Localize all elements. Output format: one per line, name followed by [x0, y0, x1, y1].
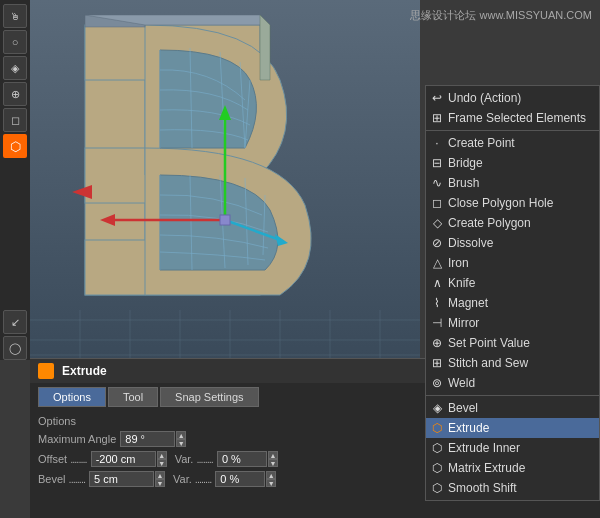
bevel-label: Bevel ........	[38, 473, 85, 485]
menu-divider-1	[426, 130, 599, 131]
set-point-icon: ⊕	[430, 336, 444, 350]
panel-title: Extrude	[62, 364, 107, 378]
bevel-var-input[interactable]	[215, 471, 265, 487]
frame-icon: ⊞	[430, 111, 444, 125]
context-menu: ↩ Undo (Action) ⊞ Frame Selected Element…	[425, 85, 600, 501]
menu-divider-2	[426, 395, 599, 396]
weld-icon: ⊚	[430, 376, 444, 390]
var-input[interactable]	[217, 451, 267, 467]
dissolve-icon: ⊘	[430, 236, 444, 250]
tool-button-bottom2[interactable]: ◯	[3, 336, 27, 360]
bridge-icon: ⊟	[430, 156, 444, 170]
brush-icon: ∿	[430, 176, 444, 190]
menu-item-undo[interactable]: ↩ Undo (Action)	[426, 88, 599, 108]
panel-icon	[38, 363, 54, 379]
create-polygon-icon: ◇	[430, 216, 444, 230]
menu-item-mirror[interactable]: ⊣ Mirror	[426, 313, 599, 333]
close-polygon-icon: ◻	[430, 196, 444, 210]
bevel-input-group: ▲ ▼	[89, 471, 165, 487]
field-bevel: Bevel ........ ▲ ▼	[38, 471, 165, 487]
menu-item-close-polygon[interactable]: ◻ Close Polygon Hole	[426, 193, 599, 213]
field-var: Var. ........ ▲ ▼	[175, 451, 278, 467]
bevel-down[interactable]: ▼	[155, 479, 165, 487]
var-spinner: ▲ ▼	[268, 451, 278, 467]
extrude-inner-icon: ⬡	[430, 441, 444, 455]
menu-item-extrude-inner[interactable]: ⬡ Extrude Inner	[426, 438, 599, 458]
bevel-var-down[interactable]: ▼	[266, 479, 276, 487]
max-angle-up[interactable]: ▲	[176, 431, 186, 439]
menu-item-matrix-extrude[interactable]: ⬡ Matrix Extrude	[426, 458, 599, 478]
create-point-icon: ·	[430, 136, 444, 150]
tool-button-cube[interactable]: ⬡	[3, 134, 27, 158]
max-angle-spinner: ▲ ▼	[176, 431, 186, 447]
menu-item-bevel[interactable]: ◈ Bevel	[426, 398, 599, 418]
bevel-spinner: ▲ ▼	[155, 471, 165, 487]
viewport	[30, 0, 420, 360]
max-angle-label: Maximum Angle	[38, 433, 116, 445]
bevel-var-label: Var. ........	[173, 473, 211, 485]
max-angle-down[interactable]: ▼	[176, 439, 186, 447]
watermark: 思缘设计论坛 www.MISSYUAN.COM	[410, 8, 592, 23]
bevel-up[interactable]: ▲	[155, 471, 165, 479]
menu-item-create-polygon[interactable]: ◇ Create Polygon	[426, 213, 599, 233]
bevel-input[interactable]	[89, 471, 154, 487]
offset-down[interactable]: ▼	[157, 459, 167, 467]
smooth-shift-icon: ⬡	[430, 481, 444, 495]
offset-up[interactable]: ▲	[157, 451, 167, 459]
menu-item-weld[interactable]: ⊚ Weld	[426, 373, 599, 393]
var-up[interactable]: ▲	[268, 451, 278, 459]
offset-input-group: ▲ ▼	[91, 451, 167, 467]
bevel-var-input-group: ▲ ▼	[215, 471, 276, 487]
stitch-icon: ⊞	[430, 356, 444, 370]
menu-item-smooth-shift[interactable]: ⬡ Smooth Shift	[426, 478, 599, 498]
var-label: Var. ........	[175, 453, 213, 465]
tool-button-4[interactable]: ⊕	[3, 82, 27, 106]
menu-item-extrude[interactable]: ⬡ Extrude	[426, 418, 599, 438]
tool-button-3[interactable]: ◈	[3, 56, 27, 80]
menu-item-magnet[interactable]: ⌇ Magnet	[426, 293, 599, 313]
bevel-var-spinner: ▲ ▼	[266, 471, 276, 487]
offset-label: Offset ........	[38, 453, 87, 465]
menu-item-set-point[interactable]: ⊕ Set Point Value	[426, 333, 599, 353]
menu-item-create-point[interactable]: · Create Point	[426, 133, 599, 153]
tab-snap-settings[interactable]: Snap Settings	[160, 387, 259, 407]
viewport-svg	[30, 0, 420, 360]
mirror-icon: ⊣	[430, 316, 444, 330]
var-down[interactable]: ▼	[268, 459, 278, 467]
tool-button-bottom1[interactable]: ↙	[3, 310, 27, 334]
iron-icon: △	[430, 256, 444, 270]
knife-icon: ∧	[430, 276, 444, 290]
tab-options[interactable]: Options	[38, 387, 106, 407]
var-input-group: ▲ ▼	[217, 451, 278, 467]
svg-rect-34	[220, 215, 230, 225]
matrix-extrude-icon: ⬡	[430, 461, 444, 475]
max-angle-input[interactable]	[120, 431, 175, 447]
tab-tool[interactable]: Tool	[108, 387, 158, 407]
menu-item-bridge[interactable]: ⊟ Bridge	[426, 153, 599, 173]
field-max-angle: Maximum Angle ▲ ▼	[38, 431, 186, 447]
menu-item-iron[interactable]: △ Iron	[426, 253, 599, 273]
offset-input[interactable]	[91, 451, 156, 467]
svg-marker-17	[260, 15, 270, 80]
extrude-icon: ⬡	[430, 421, 444, 435]
tool-button-2[interactable]: ○	[3, 30, 27, 54]
tool-button-1[interactable]: 🖱	[3, 4, 27, 28]
bevel-var-up[interactable]: ▲	[266, 471, 276, 479]
tool-button-5[interactable]: ◻	[3, 108, 27, 132]
menu-item-brush[interactable]: ∿ Brush	[426, 173, 599, 193]
menu-item-frame[interactable]: ⊞ Frame Selected Elements	[426, 108, 599, 128]
field-bevel-var: Var. ........ ▲ ▼	[173, 471, 276, 487]
magnet-icon: ⌇	[430, 296, 444, 310]
left-toolbar: 🖱 ○ ◈ ⊕ ◻ ⬡ ↙ ◯	[0, 0, 30, 360]
offset-spinner: ▲ ▼	[157, 451, 167, 467]
undo-icon: ↩	[430, 91, 444, 105]
menu-item-dissolve[interactable]: ⊘ Dissolve	[426, 233, 599, 253]
menu-item-stitch[interactable]: ⊞ Stitch and Sew	[426, 353, 599, 373]
bevel-icon: ◈	[430, 401, 444, 415]
menu-item-knife[interactable]: ∧ Knife	[426, 273, 599, 293]
field-offset: Offset ........ ▲ ▼	[38, 451, 167, 467]
max-angle-input-group: ▲ ▼	[120, 431, 186, 447]
